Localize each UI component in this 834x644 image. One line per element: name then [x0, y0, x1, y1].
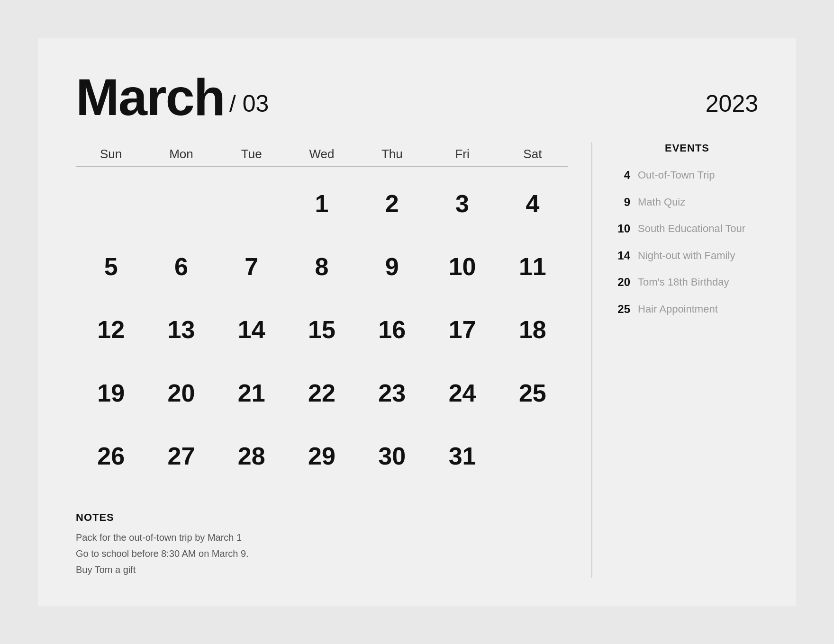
calendar-cell[interactable]: 21: [217, 361, 287, 424]
calendar-cell[interactable]: 31: [427, 425, 497, 488]
day-number: 3: [455, 191, 469, 216]
day-number: 13: [168, 317, 195, 342]
event-name: Out-of-Town Trip: [638, 169, 715, 182]
day-number: 9: [385, 254, 399, 279]
days-header: SunMonTueWedThuFriSat: [76, 142, 568, 166]
calendar-cell: 0: [498, 425, 568, 488]
event-item: 4Out-of-Town Trip: [616, 169, 758, 182]
event-day-number: 20: [616, 276, 630, 289]
event-day-number: 9: [616, 196, 630, 209]
calendar-cell[interactable]: 27: [146, 425, 216, 488]
day-number: 16: [378, 317, 406, 342]
event-name: Night-out with Family: [638, 249, 735, 263]
calendar-cell[interactable]: 17: [427, 298, 497, 361]
day-number: 7: [245, 254, 258, 279]
day-number: 31: [449, 444, 476, 468]
event-item: 10South Educational Tour: [616, 222, 758, 236]
event-day-number: 10: [616, 222, 630, 235]
calendar-cell[interactable]: 2: [357, 172, 427, 235]
day-number: 25: [519, 381, 546, 405]
day-number: 19: [97, 381, 125, 405]
calendar-cell[interactable]: 14: [217, 298, 287, 361]
day-name-sat: Sat: [498, 142, 568, 166]
calendar-cell[interactable]: 10: [427, 235, 497, 298]
day-number: 10: [449, 254, 476, 279]
calendar-cell[interactable]: 12: [76, 298, 146, 361]
day-number: 8: [315, 254, 329, 279]
day-number: 23: [378, 381, 406, 405]
day-number: 18: [519, 317, 546, 342]
event-name: Hair Appointment: [638, 303, 718, 316]
event-item: 14Night-out with Family: [616, 249, 758, 263]
calendar-cell[interactable]: 8: [287, 235, 357, 298]
day-name-thu: Thu: [357, 142, 427, 166]
calendar-grid: 0001234567891011121314151617181920212223…: [76, 172, 568, 488]
calendar-cell[interactable]: 5: [76, 235, 146, 298]
calendar-cell[interactable]: 24: [427, 361, 497, 424]
day-name-wed: Wed: [287, 142, 357, 166]
day-number: 4: [526, 191, 539, 216]
day-number: 2: [385, 191, 399, 216]
calendar-cell[interactable]: 18: [498, 298, 568, 361]
month-num: / 03: [229, 90, 269, 117]
year-display: 2023: [706, 90, 758, 117]
day-number: 20: [168, 381, 195, 405]
calendar-cell: 0: [76, 172, 146, 235]
calendar-cell[interactable]: 9: [357, 235, 427, 298]
calendar-cell[interactable]: 28: [217, 425, 287, 488]
event-item: 9Math Quiz: [616, 196, 758, 209]
event-day-number: 14: [616, 249, 630, 262]
day-number: 26: [97, 444, 125, 468]
event-name: Tom's 18th Birthday: [638, 276, 729, 289]
event-day-number: 25: [616, 303, 630, 316]
calendar-cell[interactable]: 26: [76, 425, 146, 488]
day-number: 27: [168, 444, 195, 468]
day-number: 12: [97, 317, 125, 342]
day-number: 14: [238, 317, 265, 342]
day-number: 24: [449, 381, 476, 405]
event-item: 25Hair Appointment: [616, 303, 758, 316]
header-row: March / 03 2023: [76, 71, 758, 123]
calendar-cell[interactable]: 7: [217, 235, 287, 298]
calendar-cell[interactable]: 30: [357, 425, 427, 488]
day-number: 22: [308, 381, 335, 405]
calendar-cell[interactable]: 16: [357, 298, 427, 361]
calendar-cell[interactable]: 6: [146, 235, 216, 298]
calendar-container: March / 03 2023 SunMonTueWedThuFriSat 00…: [38, 38, 796, 606]
calendar-cell[interactable]: 23: [357, 361, 427, 424]
calendar-cell[interactable]: 4: [498, 172, 568, 235]
calendar-cell[interactable]: 15: [287, 298, 357, 361]
events-title: EVENTS: [616, 142, 758, 154]
calendar-cell[interactable]: 19: [76, 361, 146, 424]
day-number: 30: [378, 444, 406, 468]
event-day-number: 4: [616, 169, 630, 182]
note-line: Pack for the out-of-town trip by March 1: [76, 529, 568, 546]
calendar-cell[interactable]: 29: [287, 425, 357, 488]
day-number: 1: [315, 191, 329, 216]
events-list: 4Out-of-Town Trip9Math Quiz10South Educa…: [616, 169, 758, 330]
day-number: 6: [174, 254, 188, 279]
calendar-cell[interactable]: 22: [287, 361, 357, 424]
event-name: Math Quiz: [638, 196, 685, 209]
day-number: 5: [104, 254, 118, 279]
day-name-tue: Tue: [217, 142, 287, 166]
header-divider: [76, 166, 568, 167]
calendar-cell[interactable]: 11: [498, 235, 568, 298]
calendar-cell: 0: [217, 172, 287, 235]
day-name-mon: Mon: [146, 142, 216, 166]
event-item: 20Tom's 18th Birthday: [616, 276, 758, 289]
calendar-cell[interactable]: 25: [498, 361, 568, 424]
day-number: 17: [449, 317, 476, 342]
calendar-cell[interactable]: 13: [146, 298, 216, 361]
day-number: 15: [308, 317, 335, 342]
calendar-section: SunMonTueWedThuFriSat 000123456789101112…: [76, 142, 568, 578]
calendar-cell: 0: [146, 172, 216, 235]
month-title: March: [76, 71, 225, 123]
day-number: 11: [519, 254, 546, 279]
calendar-cell[interactable]: 1: [287, 172, 357, 235]
calendar-cell[interactable]: 3: [427, 172, 497, 235]
day-name-sun: Sun: [76, 142, 146, 166]
notes-title: NOTES: [76, 511, 568, 524]
calendar-cell[interactable]: 20: [146, 361, 216, 424]
day-name-fri: Fri: [427, 142, 497, 166]
